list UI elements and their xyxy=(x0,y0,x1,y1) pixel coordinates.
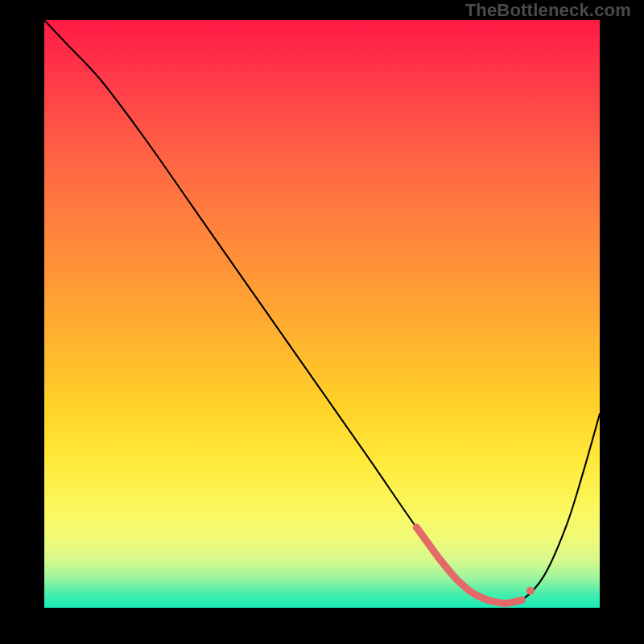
optimal-range-marker xyxy=(416,527,522,604)
chart-container: TheBottleneck.com xyxy=(0,0,644,644)
curve-layer xyxy=(44,20,600,608)
bottleneck-curve-path xyxy=(44,20,600,604)
plot-area xyxy=(44,20,600,608)
watermark-text: TheBottleneck.com xyxy=(465,0,631,21)
optimal-range-dot xyxy=(526,587,535,595)
